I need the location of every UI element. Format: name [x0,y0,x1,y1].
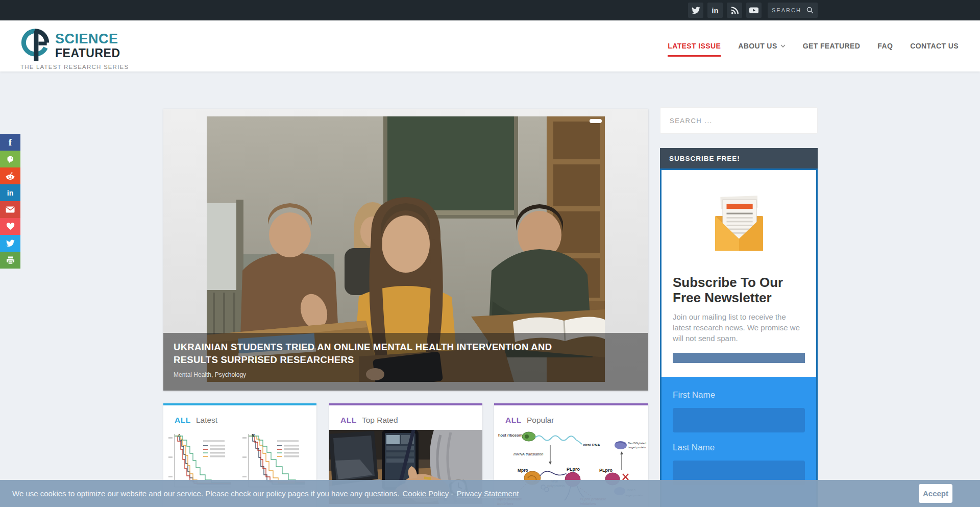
logo-word-science: SCIENCE [55,32,120,46]
linkedin-icon: in [712,6,718,15]
topbar-search-input[interactable] [772,7,806,13]
hero-categories[interactable]: Mental Health, Psychology [174,371,638,378]
facebook-icon: f [9,137,12,148]
newsletter-title: Subscribe To Our Free Newsletter [673,275,805,306]
nav-faq-label: FAQ [877,42,893,50]
cookie-message: We use cookies to optimize our website a… [12,489,399,498]
hero-caption: UKRAINIAN STUDENTS TRIED AN ONLINE MENTA… [163,333,648,391]
linkedin-link[interactable]: in [707,3,723,18]
latest-card-label[interactable]: Latest [196,416,217,424]
share-linkedin-button[interactable]: in [0,184,20,201]
site-logo[interactable]: SCIENCE FEATURED THE LATEST RESEARCH SER… [20,28,129,70]
topbar-social-links: in [688,3,762,18]
chevron-down-icon [780,44,786,47]
site-header: SCIENCE FEATURED THE LATEST RESEARCH SER… [0,20,980,71]
share-reddit-button[interactable] [0,167,20,184]
nav-faq[interactable]: FAQ [877,42,893,50]
newsletter-envelope-icon [706,186,772,262]
nav-get-featured-label: GET FEATURED [803,42,861,50]
top-rated-tab-all[interactable]: ALL [340,416,357,424]
first-name-label: First Name [673,390,805,400]
rss-link[interactable] [727,3,742,18]
share-email-button[interactable] [0,201,20,218]
hero-title[interactable]: UKRAINIAN STUDENTS TRIED AN ONLINE MENTA… [174,341,587,367]
svg-text:mRNA translation: mRNA translation [513,452,544,456]
svg-text:PLpro: PLpro [567,467,580,472]
share-favorite-button[interactable] [0,218,20,235]
nav-about-us-label: ABOUT US [738,42,777,50]
cookie-accept-button[interactable]: Accept [919,484,952,503]
cookie-consent-bar: We use cookies to optimize our website a… [0,480,980,507]
search-icon[interactable] [806,7,814,14]
share-facebook-button[interactable]: f [0,134,20,151]
sf-logo-icon [20,28,50,61]
nav-contact-us[interactable]: CONTACT US [910,42,959,50]
svg-text:host ribosome: host ribosome [498,433,525,438]
latest-tab-all[interactable]: ALL [175,416,191,424]
svg-text:PLpro: PLpro [599,468,613,473]
svg-text:De-ISGylated: De-ISGylated [628,442,646,445]
nav-contact-us-label: CONTACT US [910,42,959,50]
sidebar-search-input[interactable] [670,117,808,125]
heart-icon [6,223,15,230]
cookie-link-separator: - [451,489,453,498]
share-print-button[interactable] [0,252,20,269]
subscribe-header: SUBSCRIBE FREE! [660,148,818,168]
printer-icon [6,256,15,264]
share-evernote-button[interactable] [0,151,20,167]
rss-icon [730,6,739,15]
twitter-link[interactable] [688,3,703,18]
reddit-icon [6,172,15,180]
evernote-icon [6,155,15,163]
top-bar: in [0,0,980,20]
share-bar: f in [0,134,20,269]
last-name-label: Last Name [673,443,805,453]
topbar-search [768,3,818,18]
linkedin-icon: in [7,189,13,197]
page: in [0,0,980,507]
privacy-statement-link[interactable]: Privacy Statement [457,489,519,498]
top-rated-card-label[interactable]: Top Rated [362,416,398,424]
newsletter-widget: Subscribe To Our Free Newsletter Join ou… [660,168,818,507]
twitter-icon [6,239,15,247]
popular-card-label[interactable]: Popular [527,416,554,424]
svg-text:viral RNA: viral RNA [583,443,600,447]
main-nav: LATEST ISSUE ABOUT US GET FEATURED FAQ C… [668,20,959,71]
logo-tagline: THE LATEST RESEARCH SERIES [20,64,129,70]
share-twitter-button[interactable] [0,235,20,252]
popular-card-header: ALL Popular [494,405,648,430]
hero-image-badge [590,119,602,123]
newsletter-description: Join our mailing list to receive the lat… [673,311,805,344]
popular-tab-all[interactable]: ALL [505,416,522,424]
logo-word-featured: FEATURED [55,47,120,59]
svg-text:Mpro: Mpro [518,468,528,473]
first-name-input[interactable] [673,408,805,432]
svg-text:target protein: target protein [628,446,646,449]
top-rated-card-header: ALL Top Rated [329,405,482,430]
latest-card-header: ALL Latest [163,405,316,430]
youtube-link[interactable] [746,3,762,18]
email-icon [6,206,15,213]
nav-latest-issue[interactable]: LATEST ISSUE [668,42,721,57]
nav-about-us[interactable]: ABOUT US [738,42,785,50]
hero-article-card: UKRAINIAN STUDENTS TRIED AN ONLINE MENTA… [163,109,648,391]
nav-get-featured[interactable]: GET FEATURED [803,42,861,50]
cookie-policy-link[interactable]: Cookie Policy [402,489,449,498]
nav-latest-issue-label: LATEST ISSUE [668,42,721,50]
newsletter-divider-bar [673,353,805,363]
twitter-icon [692,7,700,14]
sidebar-search [660,107,818,134]
youtube-icon [749,6,758,15]
